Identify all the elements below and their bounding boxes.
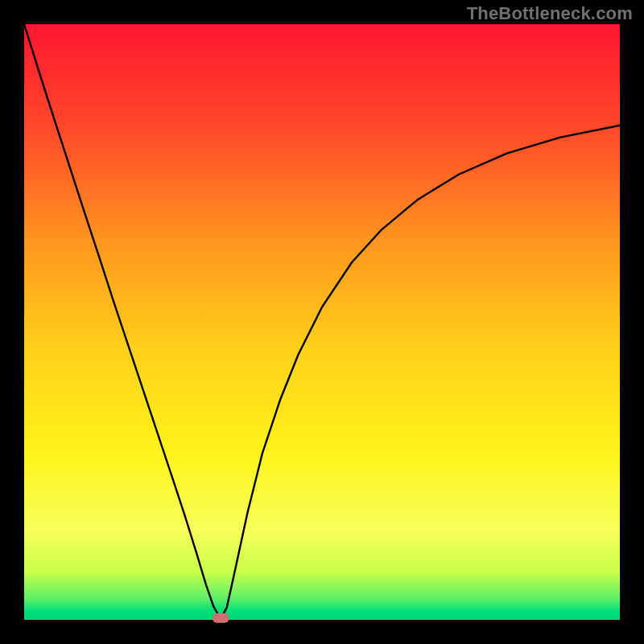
optimal-marker: [213, 613, 229, 623]
chart-stage: TheBottleneck.com: [0, 0, 644, 644]
plot-background: [24, 24, 620, 620]
bottleneck-chart: [0, 0, 644, 644]
watermark-text: TheBottleneck.com: [467, 3, 633, 24]
